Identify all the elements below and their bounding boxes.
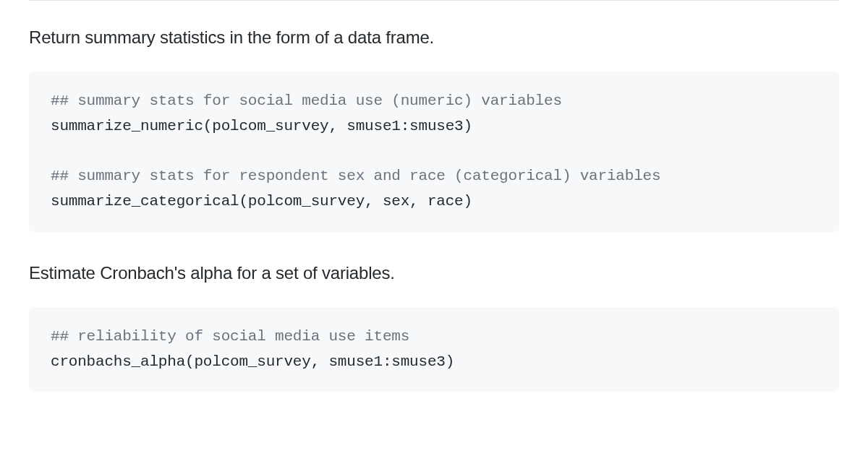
code-line: summarize_numeric(polcom_survey, smuse1:… [51, 118, 472, 134]
code-comment: ## summary stats for respondent sex and … [51, 168, 660, 184]
code-line: cronbachs_alpha(polcom_survey, smuse1:sm… [51, 353, 454, 370]
section-description-1: Return summary statistics in the form of… [29, 24, 839, 51]
section-description-2: Estimate Cronbach's alpha for a set of v… [29, 259, 839, 287]
code-block-1: ## summary stats for social media use (n… [29, 72, 839, 231]
code-block-2: ## reliability of social media use items… [29, 307, 839, 392]
section-divider [29, 0, 839, 1]
code-comment: ## reliability of social media use items [51, 328, 409, 345]
code-comment: ## summary stats for social media use (n… [51, 92, 562, 109]
code-line: summarize_categorical(polcom_survey, sex… [51, 193, 472, 210]
document-container: Return summary statistics in the form of… [0, 0, 868, 392]
